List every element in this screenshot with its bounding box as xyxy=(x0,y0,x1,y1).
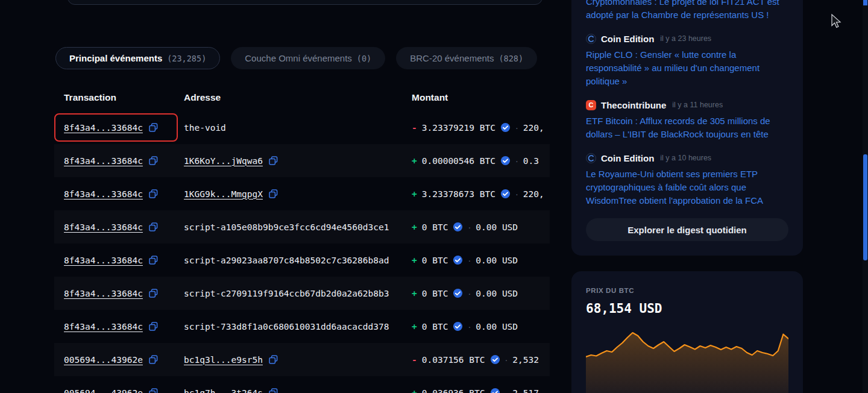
amount-usd: 0.00 USD xyxy=(476,322,518,332)
news-headline-link[interactable]: ETF Bitcoin : Afflux records de 305 mill… xyxy=(586,115,788,141)
address-cell: the-void xyxy=(184,111,412,144)
tab-label: Principal événements xyxy=(69,53,162,63)
address-link[interactable]: bc1q7h...3t264s xyxy=(184,388,263,393)
copy-icon[interactable] xyxy=(269,156,278,166)
address-cell: 1K6KoY...jWqwa6 xyxy=(184,144,412,177)
news-panel: Cryptomonnaies : Le projet de loi FIT21 … xyxy=(571,0,803,256)
transaction-cell: 005694...43962e xyxy=(54,343,184,376)
amount-btc: 0.037156 BTC xyxy=(422,355,485,365)
search-input[interactable] xyxy=(68,0,542,5)
copy-icon[interactable] xyxy=(149,355,159,365)
amount-btc: 0.00000546 BTC xyxy=(422,156,495,166)
address-cell: script-a29023aa8707c84b8502c7c36286b8ad xyxy=(184,244,412,277)
event-tabs: Principal événements (23,285) Couche Omn… xyxy=(55,47,537,69)
transaction-link[interactable]: 8f43a4...33684c xyxy=(64,256,143,265)
amount-btc: 0 BTC xyxy=(422,322,448,332)
amount-usd: 0.00 USD xyxy=(476,289,518,298)
news-headline-link[interactable]: Le Royaume-Uni obtient ses premiers ETP … xyxy=(586,168,788,207)
tab-principal-events[interactable]: Principal événements (23,285) xyxy=(55,47,220,69)
address-cell: script-733d8f1a0c680610031dd6aacacdd378 xyxy=(184,310,412,343)
table-row: 8f43a4...33684c script-733d8f1a0c6806100… xyxy=(54,310,550,343)
amount-sign: + xyxy=(412,156,417,166)
verified-icon xyxy=(500,189,511,199)
amount-usd: 2,532 xyxy=(512,355,539,365)
copy-icon[interactable] xyxy=(149,322,159,332)
address-link[interactable]: 1KGG9k...MmgpgX xyxy=(184,189,263,199)
verified-icon xyxy=(490,354,500,365)
scrollbar-top-cap[interactable] xyxy=(863,0,867,5)
amount-btc: 0 BTC xyxy=(422,256,448,265)
address-text: script-a29023aa8707c84b8502c7c36286b8ad xyxy=(184,256,389,265)
transaction-link[interactable]: 8f43a4...33684c xyxy=(64,322,143,332)
page: Principal événements (23,285) Couche Omn… xyxy=(0,0,868,393)
btc-price-chart xyxy=(586,325,788,393)
transaction-cell: 8f43a4...33684c xyxy=(54,244,184,277)
news-source-row: Coin Edition il y a 23 heures xyxy=(586,33,788,45)
copy-icon[interactable] xyxy=(269,355,278,365)
address-cell: 1KGG9k...MmgpgX xyxy=(184,177,412,210)
amount-sign: - xyxy=(412,123,417,133)
copy-icon[interactable] xyxy=(149,123,159,133)
copy-icon[interactable] xyxy=(149,289,159,298)
copy-icon[interactable] xyxy=(149,156,159,166)
tab-count: (828) xyxy=(498,54,523,63)
separator-dot: · xyxy=(515,156,518,166)
thecointribune-icon: C xyxy=(586,100,596,110)
copy-icon[interactable] xyxy=(149,388,159,393)
amount-cell: + 0 BTC · 0.00 USD xyxy=(412,210,550,244)
scrollbar[interactable] xyxy=(863,0,868,393)
table-row: 8f43a4...33684c script-a29023aa8707c84b8… xyxy=(54,244,550,277)
verified-icon xyxy=(453,222,463,232)
copy-icon[interactable] xyxy=(149,189,159,199)
amount-sign: + xyxy=(412,322,417,332)
transaction-cell: 8f43a4...33684c xyxy=(54,277,184,310)
verified-icon xyxy=(500,122,511,133)
transaction-cell: 8f43a4...33684c xyxy=(54,111,184,144)
copy-icon[interactable] xyxy=(269,189,278,199)
transaction-link[interactable]: 8f43a4...33684c xyxy=(64,123,143,133)
copy-icon[interactable] xyxy=(269,388,278,393)
news-headline-link[interactable]: Ripple CLO : Gensler « lutte contre la r… xyxy=(586,48,788,88)
transaction-link[interactable]: 8f43a4...33684c xyxy=(64,222,143,232)
events-table-rows: 8f43a4...33684c the-void - 3.23379219 BT… xyxy=(54,111,550,393)
table-header: Transaction Adresse Montant xyxy=(54,84,550,111)
transaction-link[interactable]: 005694...43962e xyxy=(64,355,143,365)
amount-usd: 2,517 xyxy=(512,388,539,393)
tab-count: (0) xyxy=(357,54,371,63)
tab-omni-events[interactable]: Couche Omni événements (0) xyxy=(231,47,385,69)
address-link[interactable]: 1K6KoY...jWqwa6 xyxy=(184,156,263,166)
price-value: 68,154 USD xyxy=(586,301,788,316)
transaction-link[interactable]: 8f43a4...33684c xyxy=(64,156,143,166)
address-link[interactable]: bc1q3l...e9sr5h xyxy=(184,355,263,365)
explore-digest-button[interactable]: Explorer le digest quotidien xyxy=(586,218,788,241)
copy-icon[interactable] xyxy=(149,256,159,265)
tab-label: Couche Omni événements xyxy=(245,53,352,63)
transaction-link[interactable]: 8f43a4...33684c xyxy=(64,289,143,298)
news-timestamp: il y a 10 heures xyxy=(660,154,711,162)
tab-brc20-events[interactable]: BRC-20 événements (828) xyxy=(396,47,537,69)
transaction-cell: 8f43a4...33684c xyxy=(54,310,184,343)
news-item: Cryptomonnaies : Le projet de loi FIT21 … xyxy=(586,0,788,22)
events-table: Transaction Adresse Montant 8f43a4...336… xyxy=(54,84,550,393)
table-row: 005694...43962e bc1q7h...3t264s + 0.0369… xyxy=(54,376,550,393)
column-header-address: Adresse xyxy=(184,92,412,103)
transaction-link[interactable]: 8f43a4...33684c xyxy=(64,189,143,199)
transaction-cell: 8f43a4...33684c xyxy=(54,210,184,244)
news-source-name: Coin Edition xyxy=(601,34,654,44)
amount-btc: 0 BTC xyxy=(422,222,448,232)
verified-icon xyxy=(490,388,500,393)
news-headline-link[interactable]: Cryptomonnaies : Le projet de loi FIT21 … xyxy=(586,0,788,22)
news-item: Coin Edition il y a 23 heures Ripple CLO… xyxy=(586,33,788,88)
address-text: script-733d8f1a0c680610031dd6aacacdd378 xyxy=(184,322,389,332)
amount-usd: 0.3 xyxy=(523,156,539,166)
amount-usd: 220, xyxy=(523,189,544,199)
address-text: script-a105e08b9b9ce3fcc6cd94e4560d3ce1 xyxy=(184,222,389,232)
column-header-amount: Montant xyxy=(412,92,550,103)
transaction-cell: 005694...43962e xyxy=(54,376,184,393)
price-label: PRIX DU BTC xyxy=(586,287,788,294)
column-header-transaction: Transaction xyxy=(54,92,184,103)
amount-usd: 220, xyxy=(523,123,544,133)
transaction-link[interactable]: 005694...43962e xyxy=(64,388,143,393)
scrollbar-thumb[interactable] xyxy=(863,154,867,260)
copy-icon[interactable] xyxy=(149,222,159,232)
